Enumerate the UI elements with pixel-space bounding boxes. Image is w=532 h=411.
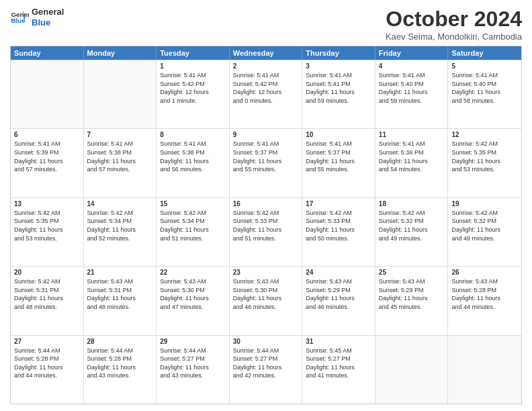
- day-number: 28: [87, 338, 153, 345]
- day-number: 1: [160, 62, 226, 70]
- day-info: Sunrise: 5:43 AM Sunset: 5:29 PM Dayligh…: [379, 277, 445, 311]
- day-number: 23: [233, 269, 299, 276]
- calendar-day-empty: [84, 60, 157, 128]
- day-info: Sunrise: 5:43 AM Sunset: 5:30 PM Dayligh…: [233, 277, 299, 311]
- day-info: Sunrise: 5:43 AM Sunset: 5:31 PM Dayligh…: [87, 277, 153, 311]
- calendar-day-14: 14Sunrise: 5:42 AM Sunset: 5:34 PM Dayli…: [84, 198, 157, 266]
- day-number: 20: [14, 269, 80, 276]
- calendar-day-12: 12Sunrise: 5:42 AM Sunset: 5:35 PM Dayli…: [448, 129, 521, 197]
- calendar-day-31: 31Sunrise: 5:45 AM Sunset: 5:27 PM Dayli…: [302, 336, 375, 404]
- calendar-day-22: 22Sunrise: 5:43 AM Sunset: 5:30 PM Dayli…: [157, 267, 230, 334]
- day-info: Sunrise: 5:42 AM Sunset: 5:32 PM Dayligh…: [379, 209, 445, 242]
- calendar-day-24: 24Sunrise: 5:43 AM Sunset: 5:29 PM Dayli…: [302, 267, 375, 334]
- logo-blue-text: Blue: [32, 17, 64, 28]
- day-number: 11: [379, 131, 445, 138]
- day-info: Sunrise: 5:44 AM Sunset: 5:27 PM Dayligh…: [160, 347, 226, 380]
- calendar-day-13: 13Sunrise: 5:42 AM Sunset: 5:35 PM Dayli…: [11, 198, 84, 266]
- logo-general-text: General: [32, 7, 64, 17]
- day-info: Sunrise: 5:42 AM Sunset: 5:34 PM Dayligh…: [87, 209, 153, 242]
- day-number: 12: [451, 131, 518, 138]
- day-info: Sunrise: 5:41 AM Sunset: 5:38 PM Dayligh…: [160, 140, 226, 173]
- day-info: Sunrise: 5:43 AM Sunset: 5:29 PM Dayligh…: [306, 277, 371, 311]
- calendar-day-2: 2Sunrise: 5:41 AM Sunset: 5:42 PM Daylig…: [230, 60, 303, 128]
- calendar-week-3: 13Sunrise: 5:42 AM Sunset: 5:35 PM Dayli…: [11, 197, 521, 266]
- calendar-day-empty: [11, 60, 84, 128]
- calendar-day-6: 6Sunrise: 5:41 AM Sunset: 5:39 PM Daylig…: [11, 129, 84, 197]
- day-info: Sunrise: 5:43 AM Sunset: 5:30 PM Dayligh…: [160, 277, 226, 311]
- calendar-day-1: 1Sunrise: 5:41 AM Sunset: 5:42 PM Daylig…: [157, 60, 230, 128]
- calendar-day-11: 11Sunrise: 5:41 AM Sunset: 5:36 PM Dayli…: [375, 129, 449, 197]
- day-info: Sunrise: 5:41 AM Sunset: 5:40 PM Dayligh…: [379, 71, 445, 105]
- day-info: Sunrise: 5:41 AM Sunset: 5:42 PM Dayligh…: [160, 71, 226, 105]
- calendar-day-16: 16Sunrise: 5:42 AM Sunset: 5:33 PM Dayli…: [230, 198, 303, 266]
- calendar-day-21: 21Sunrise: 5:43 AM Sunset: 5:31 PM Dayli…: [84, 267, 157, 334]
- calendar-day-29: 29Sunrise: 5:44 AM Sunset: 5:27 PM Dayli…: [157, 336, 230, 404]
- day-number: 14: [87, 200, 153, 208]
- day-info: Sunrise: 5:42 AM Sunset: 5:35 PM Dayligh…: [451, 140, 518, 173]
- calendar-day-27: 27Sunrise: 5:44 AM Sunset: 5:28 PM Dayli…: [11, 336, 84, 404]
- day-number: 30: [233, 338, 299, 345]
- day-number: 25: [379, 269, 445, 276]
- calendar-day-28: 28Sunrise: 5:44 AM Sunset: 5:28 PM Dayli…: [84, 336, 157, 404]
- day-info: Sunrise: 5:43 AM Sunset: 5:28 PM Dayligh…: [451, 277, 518, 311]
- day-number: 21: [87, 269, 153, 276]
- day-info: Sunrise: 5:44 AM Sunset: 5:27 PM Dayligh…: [233, 347, 299, 380]
- day-number: 13: [14, 200, 80, 208]
- day-number: 31: [306, 338, 371, 345]
- day-number: 10: [306, 131, 371, 138]
- day-number: 19: [451, 200, 518, 208]
- calendar-day-19: 19Sunrise: 5:42 AM Sunset: 5:32 PM Dayli…: [448, 198, 521, 266]
- day-number: 17: [306, 200, 371, 208]
- calendar-week-1: 1Sunrise: 5:41 AM Sunset: 5:42 PM Daylig…: [11, 60, 521, 128]
- calendar: SundayMondayTuesdayWednesdayThursdayFrid…: [10, 46, 522, 404]
- calendar-day-18: 18Sunrise: 5:42 AM Sunset: 5:32 PM Dayli…: [375, 198, 449, 266]
- calendar-week-2: 6Sunrise: 5:41 AM Sunset: 5:39 PM Daylig…: [11, 128, 521, 197]
- calendar-day-20: 20Sunrise: 5:42 AM Sunset: 5:31 PM Dayli…: [11, 267, 84, 334]
- calendar-title: October 2024: [386, 7, 522, 32]
- day-info: Sunrise: 5:42 AM Sunset: 5:33 PM Dayligh…: [306, 209, 371, 242]
- logo-text: General Blue: [32, 7, 64, 28]
- calendar-day-7: 7Sunrise: 5:41 AM Sunset: 5:38 PM Daylig…: [84, 129, 157, 197]
- page: General Blue General Blue October 2024 K…: [0, 0, 532, 411]
- day-info: Sunrise: 5:42 AM Sunset: 5:31 PM Dayligh…: [14, 277, 80, 311]
- day-number: 18: [379, 200, 445, 208]
- day-info: Sunrise: 5:44 AM Sunset: 5:28 PM Dayligh…: [14, 347, 80, 380]
- day-number: 15: [160, 200, 226, 208]
- day-info: Sunrise: 5:41 AM Sunset: 5:41 PM Dayligh…: [306, 71, 371, 105]
- day-number: 5: [451, 62, 518, 70]
- header-day-thursday: Thursday: [302, 46, 375, 60]
- header-day-sunday: Sunday: [11, 46, 84, 60]
- calendar-day-26: 26Sunrise: 5:43 AM Sunset: 5:28 PM Dayli…: [448, 267, 521, 334]
- calendar-day-10: 10Sunrise: 5:41 AM Sunset: 5:37 PM Dayli…: [302, 129, 375, 197]
- day-number: 2: [233, 62, 299, 70]
- day-number: 22: [160, 269, 226, 276]
- day-number: 16: [233, 200, 299, 208]
- day-info: Sunrise: 5:41 AM Sunset: 5:37 PM Dayligh…: [306, 140, 371, 173]
- header-day-wednesday: Wednesday: [230, 46, 303, 60]
- calendar-day-8: 8Sunrise: 5:41 AM Sunset: 5:38 PM Daylig…: [157, 129, 230, 197]
- header-day-saturday: Saturday: [448, 46, 521, 60]
- calendar-day-empty: [375, 336, 449, 404]
- calendar-day-5: 5Sunrise: 5:41 AM Sunset: 5:40 PM Daylig…: [448, 60, 521, 128]
- day-number: 7: [87, 131, 153, 138]
- logo-icon: General Blue: [10, 8, 29, 27]
- calendar-day-30: 30Sunrise: 5:44 AM Sunset: 5:27 PM Dayli…: [230, 336, 303, 404]
- day-info: Sunrise: 5:41 AM Sunset: 5:42 PM Dayligh…: [233, 71, 299, 105]
- calendar-day-23: 23Sunrise: 5:43 AM Sunset: 5:30 PM Dayli…: [230, 267, 303, 334]
- calendar-day-empty: [448, 336, 521, 404]
- calendar-day-4: 4Sunrise: 5:41 AM Sunset: 5:40 PM Daylig…: [375, 60, 449, 128]
- day-number: 8: [160, 131, 226, 138]
- title-block: October 2024 Kaev Seima, Mondolkiri, Cam…: [386, 7, 522, 42]
- header-day-monday: Monday: [84, 46, 157, 60]
- day-info: Sunrise: 5:42 AM Sunset: 5:32 PM Dayligh…: [451, 209, 518, 242]
- calendar-day-25: 25Sunrise: 5:43 AM Sunset: 5:29 PM Dayli…: [375, 267, 449, 334]
- calendar-body: 1Sunrise: 5:41 AM Sunset: 5:42 PM Daylig…: [11, 60, 521, 404]
- svg-text:Blue: Blue: [11, 17, 26, 24]
- day-number: 27: [14, 338, 80, 345]
- header-day-tuesday: Tuesday: [157, 46, 230, 60]
- calendar-day-17: 17Sunrise: 5:42 AM Sunset: 5:33 PM Dayli…: [302, 198, 375, 266]
- day-info: Sunrise: 5:41 AM Sunset: 5:38 PM Dayligh…: [87, 140, 153, 173]
- day-number: 6: [14, 131, 80, 138]
- day-info: Sunrise: 5:41 AM Sunset: 5:37 PM Dayligh…: [233, 140, 299, 173]
- header-day-friday: Friday: [375, 46, 449, 60]
